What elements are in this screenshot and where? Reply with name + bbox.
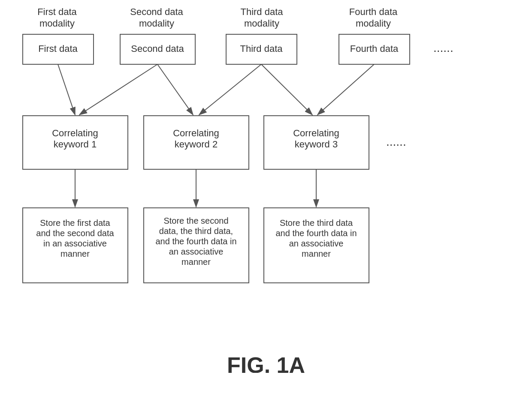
- data-box-3-label: Third data: [240, 43, 283, 54]
- arrow-d3-k3: [261, 64, 312, 115]
- modality-label-4: Fourth data: [349, 6, 398, 17]
- keyword-box-3-label1: Correlating: [293, 128, 339, 138]
- store-box-1-line4: manner: [60, 249, 90, 258]
- data-box-2-label: Second data: [131, 43, 184, 54]
- store-box-2-line1: Store the second: [163, 216, 228, 225]
- store-box-1-line1: Store the first data: [40, 218, 110, 228]
- modality-label-3: Third data: [240, 6, 283, 17]
- fig-label: FIG. 1A: [227, 353, 305, 373]
- modality-label-2b: modality: [139, 18, 174, 29]
- store-box-3-line4: manner: [302, 249, 331, 258]
- keyword-box-2-label1: Correlating: [173, 128, 219, 138]
- store-box-1-line2: and the second data: [36, 228, 114, 238]
- keyword-box-1-label2: keyword 1: [54, 139, 97, 150]
- store-box-1-line3: in an associative: [43, 239, 107, 248]
- keyword-box-2-label2: keyword 2: [175, 139, 218, 150]
- store-box-3-line1: Store the third data: [280, 218, 353, 228]
- data-box-4-label: Fourth data: [350, 43, 399, 54]
- ellipsis-data: ......: [433, 41, 453, 54]
- store-box-3-line3: an associative: [289, 239, 344, 248]
- arrow-d2-k1: [79, 64, 157, 115]
- modality-label-1b: modality: [39, 18, 75, 29]
- modality-label-4b: modality: [356, 18, 391, 29]
- arrow-d1-k1: [58, 64, 75, 115]
- keyword-box-1-label1: Correlating: [52, 128, 98, 138]
- store-box-2-line4: an associative: [169, 247, 224, 256]
- modality-label-2: Second data: [130, 6, 183, 17]
- store-box-3-line2: and the fourth data in: [275, 228, 357, 238]
- keyword-box-3-label2: keyword 3: [295, 139, 338, 150]
- arrow-d3-k2: [199, 64, 261, 115]
- arrow-d4-k3: [317, 64, 374, 115]
- arrow-d2-k2: [157, 64, 193, 115]
- modality-label-3b: modality: [244, 18, 279, 29]
- ellipsis-keyword: ......: [386, 135, 406, 148]
- store-box-2-line5: manner: [181, 257, 211, 267]
- store-box-2-line3: and the fourth data in: [155, 237, 236, 246]
- modality-label-1: First data: [37, 6, 77, 17]
- data-box-1-label: First data: [38, 43, 78, 54]
- store-box-2-line2: data, the third data,: [159, 226, 233, 236]
